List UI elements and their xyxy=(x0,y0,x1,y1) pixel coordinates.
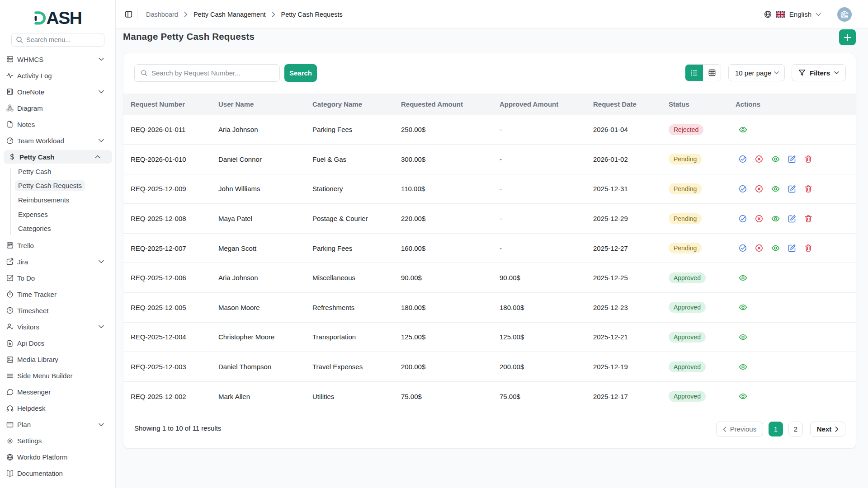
svg-text:ASH: ASH xyxy=(47,8,82,26)
